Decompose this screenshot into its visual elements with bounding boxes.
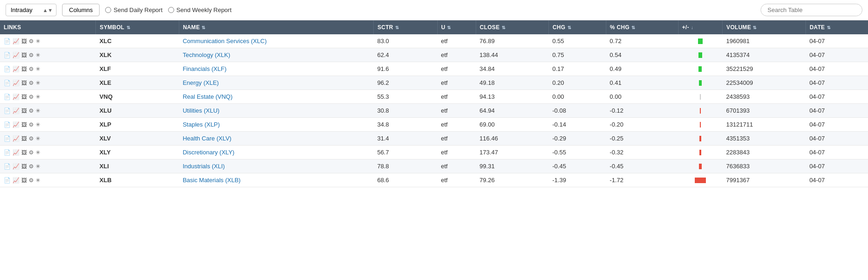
col-name[interactable]: NAME⇅: [179, 20, 373, 34]
name-link[interactable]: Discretionary (XLY): [182, 149, 234, 156]
cell-chg: -0.29: [548, 132, 606, 146]
chart-line-icon[interactable]: 📈: [13, 94, 19, 100]
col-symbol[interactable]: SYMBOL⇅: [96, 20, 179, 34]
name-link[interactable]: Communication Services (XLC): [182, 38, 266, 45]
symbol-value: XLC: [100, 38, 112, 45]
image-icon[interactable]: 🖼: [21, 121, 27, 128]
star-icon[interactable]: ✳: [36, 108, 40, 114]
image-icon[interactable]: 🖼: [21, 66, 27, 72]
image-icon[interactable]: 🖼: [21, 108, 27, 114]
doc-icon[interactable]: 📄: [4, 177, 11, 184]
cell-symbol: XLU: [96, 104, 179, 118]
cell-chg: -0.55: [548, 146, 606, 159]
chart-line-icon[interactable]: 📈: [13, 38, 19, 45]
star-icon[interactable]: ✳: [36, 38, 40, 45]
daily-report-radio[interactable]: [105, 7, 111, 13]
doc-icon[interactable]: 📄: [4, 135, 11, 142]
settings-icon[interactable]: ⚙: [29, 121, 34, 128]
col-date[interactable]: DATE⇅: [805, 20, 868, 34]
period-select-wrap[interactable]: Intraday Daily Weekly Monthly ▲▼: [6, 4, 57, 16]
star-icon[interactable]: ✳: [36, 94, 40, 100]
doc-icon[interactable]: 📄: [4, 94, 11, 100]
cell-name: Industrials (XLI): [179, 159, 373, 173]
chart-line-icon[interactable]: 📈: [13, 66, 19, 72]
doc-icon[interactable]: 📄: [4, 121, 11, 128]
name-link[interactable]: Financials (XLF): [182, 65, 226, 72]
settings-icon[interactable]: ⚙: [29, 66, 34, 72]
doc-icon[interactable]: 📄: [4, 80, 11, 86]
search-input[interactable]: [761, 4, 862, 16]
star-icon[interactable]: ✳: [36, 66, 40, 72]
settings-icon[interactable]: ⚙: [29, 52, 34, 58]
star-icon[interactable]: ✳: [36, 149, 40, 156]
image-icon[interactable]: 🖼: [21, 38, 27, 45]
doc-icon[interactable]: 📄: [4, 52, 11, 58]
settings-icon[interactable]: ⚙: [29, 94, 34, 100]
chart-line-icon[interactable]: 📈: [13, 108, 19, 114]
image-icon[interactable]: 🖼: [21, 177, 27, 184]
doc-icon[interactable]: 📄: [4, 149, 11, 156]
cell-sctr: 91.6: [373, 62, 437, 76]
col-u[interactable]: U⇅: [437, 20, 476, 34]
cell-pct-chg: -0.25: [606, 132, 678, 146]
doc-icon[interactable]: 📄: [4, 38, 11, 45]
col-volume[interactable]: VOLUME⇅: [723, 20, 806, 34]
chart-line-icon[interactable]: 📈: [13, 177, 19, 184]
cell-chg: 0.75: [548, 48, 606, 62]
col-sctr[interactable]: SCTR⇅: [373, 20, 437, 34]
settings-icon[interactable]: ⚙: [29, 80, 34, 86]
columns-button[interactable]: Columns: [62, 4, 100, 16]
settings-icon[interactable]: ⚙: [29, 38, 34, 45]
star-icon[interactable]: ✳: [36, 52, 40, 58]
cell-volume: 7991367: [723, 173, 806, 187]
image-icon[interactable]: 🖼: [21, 94, 27, 100]
weekly-report-label[interactable]: Send Weekly Report: [168, 6, 232, 13]
star-icon[interactable]: ✳: [36, 80, 40, 86]
cell-name: Real Estate (VNQ): [179, 90, 373, 104]
name-link[interactable]: Staples (XLP): [182, 121, 220, 128]
chart-line-icon[interactable]: 📈: [13, 52, 19, 58]
daily-report-label[interactable]: Send Daily Report: [105, 6, 163, 13]
bar-positive: [699, 80, 702, 86]
name-link[interactable]: Industrials (XLI): [182, 163, 225, 170]
settings-icon[interactable]: ⚙: [29, 149, 34, 156]
image-icon[interactable]: 🖼: [21, 80, 27, 86]
cell-links: 📄 📈 🖼 ⚙ ✳: [0, 104, 96, 118]
chart-line-icon[interactable]: 📈: [13, 80, 19, 86]
chart-line-icon[interactable]: 📈: [13, 163, 19, 170]
chart-line-icon[interactable]: 📈: [13, 121, 19, 128]
settings-icon[interactable]: ⚙: [29, 135, 34, 142]
star-icon[interactable]: ✳: [36, 177, 40, 184]
doc-icon[interactable]: 📄: [4, 163, 11, 170]
image-icon[interactable]: 🖼: [21, 149, 27, 156]
chart-line-icon[interactable]: 📈: [13, 149, 19, 156]
symbol-value: VNQ: [100, 93, 113, 100]
settings-icon[interactable]: ⚙: [29, 163, 34, 170]
name-link[interactable]: Health Care (XLV): [182, 135, 231, 142]
name-link[interactable]: Energy (XLE): [182, 79, 219, 86]
name-link[interactable]: Basic Materials (XLB): [182, 177, 240, 184]
chart-line-icon[interactable]: 📈: [13, 135, 19, 142]
star-icon[interactable]: ✳: [36, 163, 40, 170]
period-select[interactable]: Intraday Daily Weekly Monthly: [6, 4, 57, 16]
name-link[interactable]: Utilities (XLU): [182, 107, 219, 114]
weekly-report-radio[interactable]: [168, 7, 174, 13]
settings-icon[interactable]: ⚙: [29, 177, 34, 184]
cell-chg: -0.45: [548, 159, 606, 173]
star-icon[interactable]: ✳: [36, 121, 40, 128]
col-pct-chg[interactable]: % CHG⇅: [606, 20, 678, 34]
image-icon[interactable]: 🖼: [21, 52, 27, 58]
settings-icon[interactable]: ⚙: [29, 108, 34, 114]
doc-icon[interactable]: 📄: [4, 108, 11, 114]
col-close[interactable]: CLOSE⇅: [476, 20, 548, 34]
image-icon[interactable]: 🖼: [21, 135, 27, 142]
col-bar[interactable]: +/-↓: [678, 20, 723, 34]
cell-name: Utilities (XLU): [179, 104, 373, 118]
image-icon[interactable]: 🖼: [21, 163, 27, 170]
doc-icon[interactable]: 📄: [4, 66, 11, 72]
name-link[interactable]: Real Estate (VNQ): [182, 93, 233, 100]
col-chg[interactable]: CHG⇅: [548, 20, 606, 34]
name-link[interactable]: Technology (XLK): [182, 51, 230, 58]
star-icon[interactable]: ✳: [36, 135, 40, 142]
symbol-value: XLP: [100, 121, 111, 128]
